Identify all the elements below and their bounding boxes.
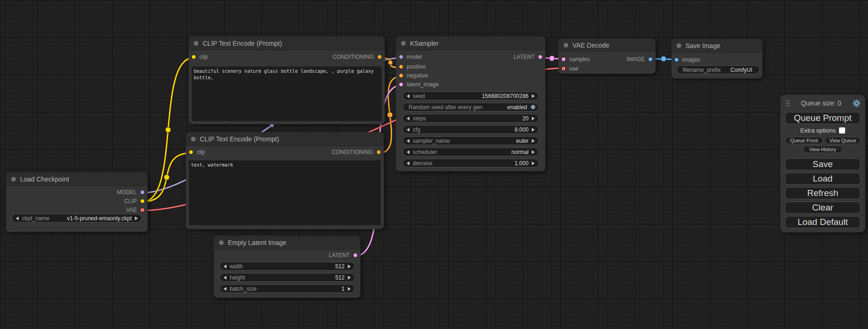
conditioning-output-slot[interactable] (377, 55, 382, 59)
vae-output-slot[interactable] (140, 208, 145, 212)
increment-arrow-icon[interactable] (532, 117, 535, 120)
drag-handle-icon[interactable] (785, 99, 790, 107)
node-load-checkpoint[interactable]: Load Checkpoint MODEL CLIP VAE ckpt_name… (6, 172, 148, 232)
denoise-widget[interactable]: denoise 1.000 (402, 159, 539, 168)
batch-size-widget[interactable]: batch_size 1 (219, 284, 355, 293)
queue-size-label: Queue size: 0 (790, 99, 853, 107)
increment-arrow-icon[interactable] (135, 217, 138, 220)
node-header[interactable]: KSampler (396, 36, 545, 50)
scheduler-widget[interactable]: scheduler normal (402, 147, 539, 156)
widget-label: scheduler (413, 149, 437, 155)
clip-input-slot[interactable] (189, 150, 193, 154)
vae-input-slot[interactable] (561, 66, 566, 71)
collapse-dot-icon[interactable] (219, 240, 224, 245)
images-input-slot[interactable] (674, 57, 679, 62)
queue-front-button[interactable]: Queue Front (785, 137, 823, 144)
conditioning-output-label: CONDITIONING (332, 54, 374, 60)
refresh-button[interactable]: Refresh (785, 187, 861, 199)
latent-output-slot[interactable] (353, 253, 358, 258)
collapse-dot-icon[interactable] (564, 43, 568, 48)
collapse-dot-icon[interactable] (677, 43, 681, 48)
latent-image-input-slot[interactable] (399, 82, 403, 87)
load-default-button[interactable]: Load Default (785, 216, 861, 228)
collapse-dot-icon[interactable] (401, 41, 406, 46)
node-ksampler[interactable]: KSampler model LATENT positive negative … (396, 36, 545, 171)
increment-arrow-icon[interactable] (348, 265, 351, 268)
node-load-checkpoint-header[interactable]: Load Checkpoint (6, 172, 148, 186)
clip-input-slot[interactable] (191, 55, 196, 59)
latent-output-slot[interactable] (538, 55, 543, 59)
queue-prompt-button[interactable]: Queue Prompt (785, 112, 861, 124)
increment-arrow-icon[interactable] (348, 276, 351, 280)
width-widget[interactable]: width 512 (219, 262, 355, 271)
collapse-dot-icon[interactable] (194, 41, 198, 46)
node-vae-decode[interactable]: VAE Decode samples IMAGE vae (558, 38, 656, 74)
filename-prefix-widget[interactable]: filename_prefix ComfyUI (677, 65, 760, 74)
node-empty-latent-image[interactable]: Empty Latent Image LATENT width 512 heig… (214, 236, 360, 298)
widget-label: seed (413, 93, 425, 99)
ckpt-name-widget[interactable]: ckpt_name v1-5-pruned-emaonly.ckpt (12, 214, 142, 223)
decrement-arrow-icon[interactable] (407, 128, 409, 132)
view-history-button[interactable]: View History (803, 146, 842, 153)
positive-prompt-textarea[interactable]: beautiful scenery nature glass bottle la… (191, 66, 382, 121)
samples-input-slot[interactable] (561, 57, 566, 62)
collapse-dot-icon[interactable] (11, 177, 16, 182)
cfg-widget[interactable]: cfg 8.000 (402, 125, 539, 134)
increment-arrow-icon[interactable] (532, 150, 535, 154)
toggle-on-icon[interactable] (530, 105, 536, 110)
clip-output-slot[interactable] (140, 199, 145, 203)
widget-label: height (230, 274, 245, 281)
negative-prompt-textarea[interactable]: text, watermark (189, 160, 381, 225)
model-output-slot[interactable] (140, 190, 145, 195)
images-input-label: images (682, 56, 700, 63)
increment-arrow-icon[interactable] (532, 94, 535, 98)
decrement-arrow-icon[interactable] (407, 150, 409, 154)
node-header[interactable]: Empty Latent Image (214, 236, 360, 250)
decrement-arrow-icon[interactable] (407, 117, 409, 120)
load-button[interactable]: Load (785, 173, 861, 185)
conditioning-output-label: CONDITIONING (332, 149, 373, 155)
clear-button[interactable]: Clear (785, 202, 861, 214)
node-header[interactable]: VAE Decode (558, 38, 656, 52)
increment-arrow-icon[interactable] (532, 161, 535, 165)
random-seed-toggle-widget[interactable]: Random seed after every gen enabled (402, 103, 539, 112)
node-header[interactable]: CLIP Text Encode (Prompt) (189, 36, 385, 50)
node-save-image[interactable]: Save Image images filename_prefix ComfyU… (671, 39, 762, 78)
increment-arrow-icon[interactable] (348, 287, 351, 291)
increment-arrow-icon[interactable] (532, 139, 535, 143)
increment-arrow-icon[interactable] (532, 128, 535, 132)
vae-output-label: VAE (126, 207, 137, 213)
settings-gear-icon[interactable] (853, 99, 861, 107)
decrement-arrow-icon[interactable] (16, 217, 19, 220)
height-widget[interactable]: height 512 (219, 273, 355, 282)
node-header[interactable]: CLIP Text Encode (Prompt) (186, 132, 384, 146)
clip-input-label: clip (199, 54, 208, 60)
save-button[interactable]: Save (785, 158, 861, 170)
node-title: VAE Decode (572, 42, 609, 49)
seed-widget[interactable]: seed 156680208700286 (402, 91, 539, 100)
node-clip-text-encode-negative[interactable]: CLIP Text Encode (Prompt) clip CONDITION… (186, 132, 384, 229)
model-input-slot[interactable] (399, 55, 403, 59)
decrement-arrow-icon[interactable] (224, 276, 226, 280)
negative-input-slot[interactable] (399, 73, 403, 78)
sampler-name-widget[interactable]: sampler_name euler (402, 136, 539, 145)
positive-input-slot[interactable] (399, 64, 403, 69)
steps-widget[interactable]: steps 20 (402, 114, 539, 123)
image-output-label: IMAGE (627, 56, 645, 63)
graph-canvas[interactable]: Load Checkpoint MODEL CLIP VAE ckpt_name… (0, 0, 868, 329)
latent-image-input-label: latent_image (407, 81, 439, 88)
collapse-dot-icon[interactable] (191, 137, 196, 141)
view-queue-button[interactable]: View Queue (825, 137, 861, 144)
image-output-slot[interactable] (648, 57, 653, 62)
node-clip-text-encode-positive[interactable]: CLIP Text Encode (Prompt) clip CONDITION… (189, 36, 385, 124)
decrement-arrow-icon[interactable] (407, 139, 409, 143)
decrement-arrow-icon[interactable] (224, 265, 226, 268)
decrement-arrow-icon[interactable] (407, 94, 409, 98)
node-header[interactable]: Save Image (671, 39, 762, 53)
link-midpoint-dot (388, 60, 393, 65)
decrement-arrow-icon[interactable] (407, 161, 409, 165)
conditioning-output-slot[interactable] (376, 150, 381, 154)
clip-input-label: clip (197, 149, 205, 155)
decrement-arrow-icon[interactable] (224, 287, 226, 291)
extra-options-checkbox[interactable] (839, 127, 845, 133)
